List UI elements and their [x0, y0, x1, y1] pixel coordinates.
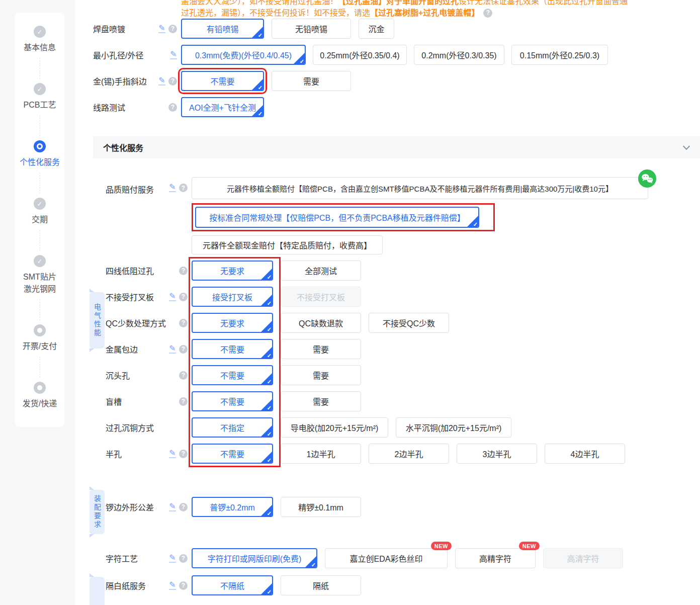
option-button[interactable]: QC缺数退款	[281, 313, 361, 333]
option-button[interactable]: 1边半孔	[281, 444, 361, 464]
row-label: 金属包边	[106, 343, 168, 355]
group-tab-appearance: 外观	[90, 577, 105, 605]
option-button[interactable]: 不指定	[192, 417, 273, 438]
row-gold-finger-bevel: 金(锡)手指斜边 不需要 需要	[93, 71, 700, 91]
option-button[interactable]: 无铅喷锡	[272, 19, 351, 39]
option-button[interactable]: 隔纸	[281, 575, 361, 595]
help-icon[interactable]	[168, 25, 177, 33]
help-icon[interactable]	[168, 103, 177, 112]
option-button[interactable]: 需要	[281, 339, 361, 359]
edit-pencil-icon[interactable]	[169, 581, 176, 590]
sidebar-step-custom-services[interactable]: 个性化服务	[20, 140, 60, 168]
appearance-group: 外观 字符工艺 字符打印或网版印刷(免费) 嘉立创EDA彩色丝印 NEW 高精字…	[93, 548, 700, 595]
option-button[interactable]: 0.25mm(外径0.35/0.4)	[313, 45, 407, 65]
option-button[interactable]: 嘉立创EDA彩色丝印	[325, 548, 448, 568]
sidebar-step-invoice-payment[interactable]: 开票/支付	[23, 324, 57, 353]
option-button[interactable]: 无要求	[192, 261, 273, 281]
row-half-hole: 半孔 不需要 1边半孔 2边半孔 3边半孔 4边半孔	[93, 444, 700, 464]
sidebar-step-basic-info[interactable]: 基本信息	[24, 26, 56, 54]
help-icon[interactable]	[179, 371, 188, 380]
step-label: SMT贴片激光钢网	[23, 271, 56, 295]
help-icon[interactable]	[179, 581, 188, 590]
sidebar-step-pcb-process[interactable]: PCB工艺	[24, 83, 56, 111]
step-todo-icon	[34, 324, 46, 336]
row-label: 盲槽	[106, 395, 168, 407]
option-button[interactable]: 不隔纸	[192, 575, 273, 595]
step-label: 开票/支付	[23, 340, 57, 353]
edit-pencil-icon[interactable]	[169, 450, 176, 458]
highlight-box: 按标准合同常规处理【仅赔偿PCB，但不负责PCBA移植及元器件赔偿】	[192, 203, 495, 231]
option-button[interactable]: 字符打印或网版印刷(免费)	[192, 548, 317, 568]
edit-pencil-icon[interactable]	[158, 25, 165, 33]
option-button[interactable]: 普锣±0.2mm	[192, 497, 273, 517]
option-button[interactable]: 沉金	[359, 19, 394, 39]
help-icon[interactable]	[179, 397, 188, 406]
option-button[interactable]: 有铅喷锡	[181, 19, 264, 39]
option-button[interactable]: 不需要	[192, 444, 273, 464]
edit-pencil-icon[interactable]	[158, 77, 165, 85]
row-label: 不接受打叉板	[106, 291, 168, 303]
option-button[interactable]: 精锣±0.1mm	[281, 497, 361, 517]
edit-pencil-icon[interactable]	[169, 554, 176, 563]
sidebar-step-lead-time[interactable]: 交期	[32, 198, 48, 226]
edit-pencil-icon[interactable]	[169, 293, 176, 301]
row-label: 焊盘喷镀	[93, 23, 156, 35]
help-icon[interactable]	[179, 293, 188, 301]
edit-pencil-icon[interactable]	[169, 345, 176, 354]
help-icon[interactable]	[179, 345, 188, 354]
option-button[interactable]: AOI全测+飞针全测	[181, 97, 264, 117]
edit-pencil-icon[interactable]	[170, 51, 177, 59]
option-button[interactable]: 需要	[272, 71, 351, 91]
option-button[interactable]: 水平沉铜(加20元+15元/m²)	[396, 417, 511, 438]
option-button[interactable]: 元器件移植全额赔付【赔偿PCB，含由嘉立创SMT移值PCBA及不能移植元器件所有…	[192, 177, 648, 199]
option-button[interactable]: 不接受QC少数	[369, 313, 449, 333]
option-button[interactable]: 不需要	[192, 339, 273, 359]
step-label: 个性化服务	[20, 156, 60, 168]
help-icon[interactable]	[483, 9, 492, 18]
chevron-down-icon[interactable]	[683, 143, 690, 150]
option-button[interactable]: 高精字符	[455, 548, 536, 568]
option-button[interactable]: 3边半孔	[457, 444, 537, 464]
help-icon[interactable]	[179, 554, 188, 563]
step-done-icon	[34, 255, 46, 267]
help-icon[interactable]	[179, 450, 188, 458]
row-quality-compensation: 品质赔付服务 元器件移植全额赔付【赔偿PCB，含由嘉立创SMT移值PCBA及不能…	[93, 177, 700, 254]
row-label: 字符工艺	[106, 552, 168, 564]
step-done-icon	[34, 83, 46, 95]
option-button[interactable]: 全部测试	[281, 261, 361, 281]
row-label: 隔白纸服务	[106, 579, 168, 591]
help-icon[interactable]	[179, 503, 188, 511]
help-icon[interactable]	[179, 184, 188, 192]
help-icon[interactable]	[179, 267, 188, 275]
help-icon[interactable]	[168, 77, 177, 85]
step-todo-icon	[34, 382, 46, 394]
option-button-highlighted[interactable]: 不需要	[181, 71, 264, 91]
option-button-disabled: 不接受打叉板	[281, 287, 361, 307]
option-button[interactable]: 需要	[281, 391, 361, 411]
option-button[interactable]: 2边半孔	[369, 444, 449, 464]
option-button[interactable]: 元器件全额现金赔付【特定品质赔付，收费高】	[192, 235, 383, 254]
option-button-highlighted[interactable]: 按标准合同常规处理【仅赔偿PCB，但不负责PCBA移植及元器件赔偿】	[195, 207, 479, 228]
option-button[interactable]: 导电胶(加20元+15元/m²)	[281, 417, 388, 438]
edit-pencil-icon[interactable]	[169, 503, 176, 511]
option-button[interactable]: 不需要	[192, 391, 273, 411]
electrical-performance-group: 电气性能 四线低阻过孔 无要求 全部测试 不接受打叉板 接受打叉板 不接受打叉板…	[93, 261, 700, 464]
group-tab-electrical: 电气性能	[90, 292, 105, 349]
row-label: QC少数处理方式	[106, 317, 168, 329]
option-button[interactable]: 0.2mm(外径0.3/0.35)	[414, 45, 504, 65]
sidebar-step-smt-stencil[interactable]: SMT贴片激光钢网	[23, 255, 56, 295]
option-button[interactable]: 0.3mm(免费)(外径0.4/0.45)	[181, 45, 306, 65]
help-icon[interactable]	[179, 319, 188, 327]
option-button[interactable]: 不需要	[192, 365, 273, 385]
step-connector	[40, 115, 40, 136]
step-label: 交期	[32, 214, 48, 226]
option-button[interactable]: 0.15mm(外径0.25/0.3)	[511, 45, 608, 65]
option-button[interactable]: 需要	[281, 365, 361, 385]
sidebar-step-shipping[interactable]: 发货/快递	[23, 382, 57, 410]
option-button[interactable]: 4边半孔	[545, 444, 625, 464]
option-button-disabled: 高清字符	[543, 548, 623, 568]
edit-pencil-icon[interactable]	[169, 184, 176, 192]
wechat-icon[interactable]	[638, 169, 656, 188]
option-button[interactable]: 接受打叉板	[192, 287, 273, 307]
option-button[interactable]: 无要求	[192, 313, 273, 333]
